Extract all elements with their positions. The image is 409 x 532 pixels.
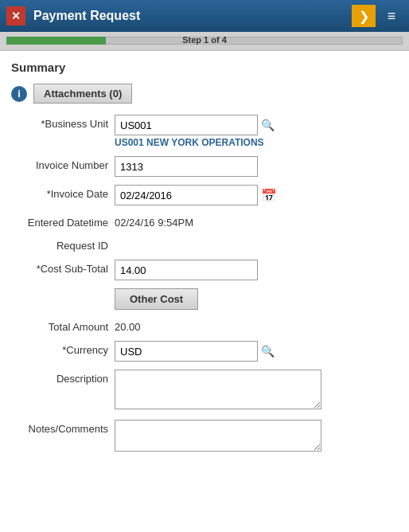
main-content: Summary i Attachments (0) *Business Unit…	[0, 51, 409, 532]
request-id-label: Request ID	[11, 237, 115, 252]
entered-datetime-row: Entered Datetime 02/24/16 9:54PM	[11, 213, 398, 229]
progress-bar-container: Step 1 of 4	[0, 32, 409, 51]
invoice-date-input[interactable]	[115, 185, 258, 205]
section-title: Summary	[11, 61, 398, 74]
notes-value	[115, 420, 398, 454]
business-unit-search-icon[interactable]: 🔍	[261, 119, 275, 131]
attachments-button[interactable]: Attachments (0)	[33, 84, 132, 104]
currency-label: *Currency	[11, 341, 115, 356]
request-id-static	[115, 237, 398, 240]
invoice-date-input-group: 📅	[115, 185, 398, 205]
description-textarea[interactable]	[115, 370, 321, 409]
description-label: Description	[11, 370, 115, 385]
invoice-number-value	[115, 156, 398, 177]
business-unit-label: *Business Unit	[11, 115, 115, 130]
business-unit-input-group: 🔍	[115, 115, 398, 135]
business-unit-subtitle: US001 NEW YORK OPERATIONS	[115, 137, 398, 148]
currency-input-group: 🔍	[115, 341, 398, 362]
notes-row: Notes/Comments	[11, 420, 398, 454]
cost-subtotal-row: *Cost Sub-Total	[11, 260, 398, 280]
attachments-row: i Attachments (0)	[11, 84, 398, 104]
description-value	[115, 370, 398, 412]
business-unit-value: 🔍 US001 NEW YORK OPERATIONS	[115, 115, 398, 148]
menu-button[interactable]: ≡	[380, 5, 403, 27]
description-row: Description	[11, 370, 398, 412]
total-amount-row: Total Amount 20.00	[11, 318, 398, 333]
business-unit-row: *Business Unit 🔍 US001 NEW YORK OPERATIO…	[11, 115, 398, 148]
total-amount-static: 20.00	[115, 318, 398, 333]
header: ✕ Payment Request ❯ ≡	[0, 0, 409, 32]
info-icon[interactable]: i	[11, 86, 27, 102]
entered-datetime-label: Entered Datetime	[11, 213, 115, 229]
entered-datetime-static: 02/24/16 9:54PM	[115, 213, 398, 229]
cost-subtotal-label: *Cost Sub-Total	[11, 260, 115, 275]
invoice-date-row: *Invoice Date 📅	[11, 185, 398, 205]
calendar-icon[interactable]: 📅	[261, 188, 277, 203]
invoice-date-value: 📅	[115, 185, 398, 205]
other-cost-button[interactable]: Other Cost	[115, 288, 198, 310]
invoice-number-input[interactable]	[115, 156, 258, 177]
cost-subtotal-input[interactable]	[115, 260, 258, 280]
invoice-date-label: *Invoice Date	[11, 185, 115, 200]
currency-input[interactable]	[115, 341, 258, 362]
currency-search-icon[interactable]: 🔍	[261, 345, 275, 358]
notes-label: Notes/Comments	[11, 420, 115, 435]
request-id-row: Request ID	[11, 237, 398, 252]
currency-value: 🔍	[115, 341, 398, 362]
currency-row: *Currency 🔍	[11, 341, 398, 362]
notes-textarea[interactable]	[115, 420, 321, 452]
request-id-value	[115, 237, 398, 240]
business-unit-input[interactable]	[115, 115, 258, 135]
invoice-number-label: Invoice Number	[11, 156, 115, 171]
total-amount-label: Total Amount	[11, 318, 115, 333]
total-amount-value: 20.00	[115, 318, 398, 333]
page-title: Payment Request	[33, 9, 352, 23]
entered-datetime-value: 02/24/16 9:54PM	[115, 213, 398, 229]
progress-label: Step 1 of 4	[6, 35, 403, 45]
progress-wrap: Step 1 of 4	[6, 32, 403, 51]
invoice-number-row: Invoice Number	[11, 156, 398, 177]
close-button[interactable]: ✕	[6, 6, 25, 25]
cost-subtotal-value	[115, 260, 398, 280]
nav-forward-button[interactable]: ❯	[352, 5, 376, 27]
